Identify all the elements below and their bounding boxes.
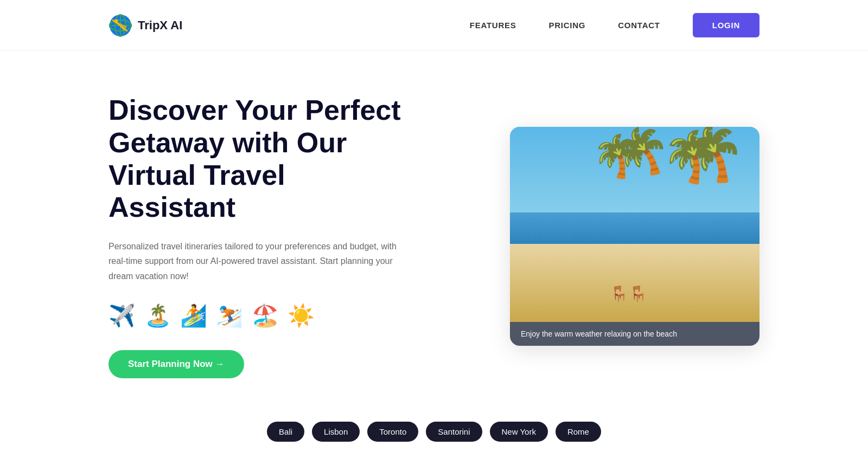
logo-area[interactable]: TripX AI — [108, 14, 182, 37]
palm-group: 🌴 🌴 🌴 🌴 — [510, 127, 760, 283]
logo-icon — [108, 14, 132, 37]
dest-tag-rome[interactable]: Rome — [556, 422, 601, 442]
emoji-surf: 🏄 — [180, 303, 207, 328]
logo-text: TripX AI — [138, 18, 182, 33]
hero-right: 🌴 🌴 🌴 🌴 🪑🪑 Enjoy the warm weather relaxi… — [510, 127, 760, 346]
beach-chairs: 🪑🪑 — [610, 285, 648, 302]
hero-left: Discover Your Perfect Getaway with Our V… — [108, 94, 412, 378]
dest-tag-newyork[interactable]: New York — [490, 422, 548, 442]
hero-section: Discover Your Perfect Getaway with Our V… — [0, 51, 868, 411]
nav-contact[interactable]: CONTACT — [618, 21, 660, 30]
dest-tag-toronto[interactable]: Toronto — [367, 422, 418, 442]
emoji-beach: 🏖️ — [252, 303, 279, 328]
palm-tree-4: 🌴 — [589, 130, 644, 182]
emoji-plane: ✈️ — [108, 303, 136, 328]
emoji-row: ✈️ 🏝️ 🏄 ⛷️ 🏖️ ☀️ — [108, 303, 412, 328]
hero-title: Discover Your Perfect Getaway with Our V… — [108, 94, 412, 224]
beach-card: 🌴 🌴 🌴 🌴 🪑🪑 Enjoy the warm weather relaxi… — [510, 127, 760, 346]
nav-pricing[interactable]: PRICING — [549, 21, 586, 30]
destination-section: Bali Lisbon Toronto Santorini New York R… — [0, 411, 868, 452]
main-nav: FEATURES PRICING CONTACT LOGIN — [470, 13, 760, 37]
destination-tags: Bali Lisbon Toronto Santorini New York R… — [267, 422, 601, 442]
start-planning-button[interactable]: Start Planning Now → — [108, 350, 244, 378]
dest-tag-santorini[interactable]: Santorini — [426, 422, 482, 442]
emoji-sun: ☀️ — [288, 303, 315, 328]
dest-tag-bali[interactable]: Bali — [267, 422, 304, 442]
beach-image: 🌴 🌴 🌴 🌴 🪑🪑 — [510, 127, 760, 322]
emoji-island: 🏝️ — [144, 303, 171, 328]
login-button[interactable]: LOGIN — [693, 13, 760, 37]
nav-features[interactable]: FEATURES — [470, 21, 516, 30]
dest-tag-lisbon[interactable]: Lisbon — [312, 422, 360, 442]
hero-subtitle: Personalized travel itineraries tailored… — [108, 239, 412, 283]
beach-caption: Enjoy the warm weather relaxing on the b… — [510, 322, 760, 346]
emoji-ski: ⛷️ — [216, 303, 243, 328]
